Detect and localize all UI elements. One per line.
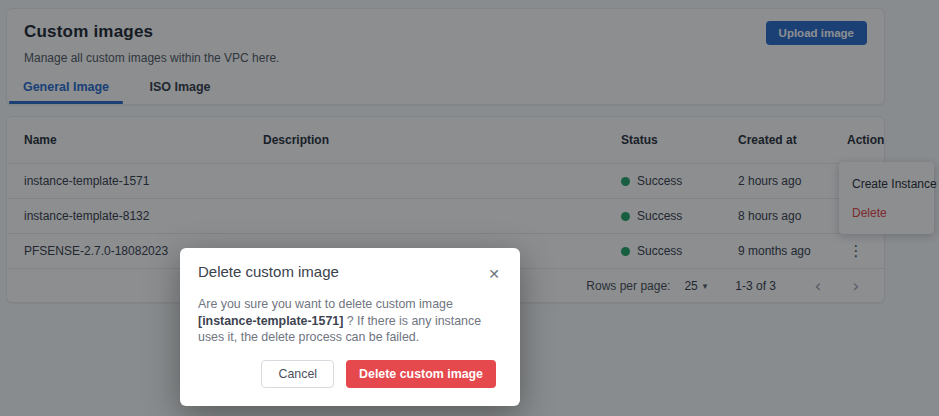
- modal-message-pre: Are you sure you want to delete custom i…: [198, 297, 453, 311]
- delete-custom-image-modal: Delete custom image ✕ Are you sure you w…: [180, 248, 520, 406]
- modal-message: Are you sure you want to delete custom i…: [198, 296, 500, 346]
- modal-title: Delete custom image: [198, 263, 339, 280]
- close-icon[interactable]: ✕: [486, 265, 502, 283]
- cancel-button[interactable]: Cancel: [261, 360, 334, 388]
- modal-message-image-name: [instance-template-1571]: [198, 314, 343, 328]
- delete-custom-image-button[interactable]: Delete custom image: [346, 360, 496, 388]
